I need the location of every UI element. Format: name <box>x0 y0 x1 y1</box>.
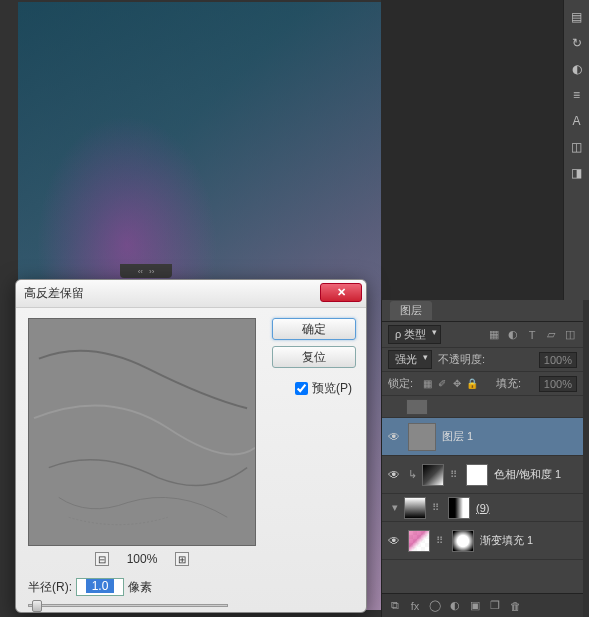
layer-mask-thumbnail[interactable] <box>452 530 474 552</box>
blend-row: 强光 不透明度: 100% <box>382 348 583 372</box>
kind-symbol: ρ <box>395 328 401 340</box>
layer-row-1[interactable]: 👁 图层 1 <box>382 418 583 456</box>
adjustments-icon[interactable]: ◐ <box>568 60 586 78</box>
layer-name[interactable]: 图层 1 <box>442 429 473 444</box>
radius-row: 半径(R): 1.0 像素 <box>28 578 152 596</box>
preview-svg <box>29 319 255 545</box>
fill-label: 填充: <box>496 376 521 391</box>
radius-unit: 像素 <box>128 579 152 596</box>
lock-position-icon[interactable]: ✥ <box>451 378 463 390</box>
lock-icons: ▦ ✐ ✥ 🔒 <box>421 378 478 390</box>
blend-mode-select[interactable]: 强光 <box>388 350 432 369</box>
group-icon[interactable]: ▣ <box>468 599 482 612</box>
high-pass-dialog: 高反差保留 ✕ ⊟ 100% ⊞ 半径(R): <box>15 279 367 613</box>
preview-checkbox[interactable] <box>295 382 308 395</box>
link-icon[interactable]: ⠿ <box>436 535 446 546</box>
character-icon[interactable]: A <box>568 112 586 130</box>
visibility-icon[interactable]: 👁 <box>386 430 402 444</box>
chevron-right-icon: ›› <box>149 267 154 276</box>
zoom-value: 100% <box>127 552 158 566</box>
layer-row-hue[interactable]: 👁 ↳ ⠿ 色相/饱和度 1 <box>382 456 583 494</box>
layers-tab[interactable]: 图层 <box>390 301 432 320</box>
slider-track <box>28 604 228 607</box>
dialog-buttons: 确定 复位 <box>272 318 356 368</box>
radius-input[interactable]: 1.0 <box>76 578 124 596</box>
close-button[interactable]: ✕ <box>320 283 362 302</box>
chevron-left-icon: ‹‹ <box>138 267 143 276</box>
layer-thumbnail <box>408 423 436 451</box>
layer-name[interactable]: 渐变填充 1 <box>480 533 533 548</box>
zoom-in-button[interactable]: ⊞ <box>175 552 189 566</box>
chevron-down-icon[interactable]: ▾ <box>392 501 398 514</box>
layers-footer: ⧉ fx ◯ ◐ ▣ ❐ 🗑 <box>382 593 583 617</box>
close-icon: ✕ <box>337 286 346 299</box>
filter-adjust-icon[interactable]: ◐ <box>506 328 520 342</box>
delete-icon[interactable]: 🗑 <box>508 600 522 612</box>
filter-pixel-icon[interactable]: ▦ <box>487 328 501 342</box>
link-icon[interactable]: ⠿ <box>450 469 460 480</box>
visibility-icon[interactable]: 👁 <box>386 468 402 482</box>
history-icon[interactable]: ↻ <box>568 34 586 52</box>
layers-shortcut-icon[interactable]: ◫ <box>568 138 586 156</box>
plus-icon: ⊞ <box>178 554 186 565</box>
lock-all-icon[interactable]: 🔒 <box>466 378 478 390</box>
fill-value[interactable]: 100% <box>539 376 577 392</box>
radius-slider[interactable] <box>28 600 228 612</box>
slider-thumb[interactable] <box>32 600 42 612</box>
channels-icon[interactable]: ◨ <box>568 164 586 182</box>
lock-transparent-icon[interactable]: ▦ <box>421 378 433 390</box>
swatches-icon[interactable]: ▤ <box>568 8 586 26</box>
link-layers-icon[interactable]: ⧉ <box>388 599 402 612</box>
filter-kind-select[interactable]: ρ 类型 <box>388 325 441 344</box>
filter-icons: ▦ ◐ T ▱ ◫ <box>487 328 577 342</box>
layers-panel: 图层 ρ 类型 ▦ ◐ T ▱ ◫ 强光 不透明度: 100% 锁定: ▦ ✐ … <box>381 300 583 617</box>
group-mask-thumbnail[interactable] <box>448 497 470 519</box>
layer-name[interactable]: 色相/饱和度 1 <box>494 467 561 482</box>
minus-icon: ⊟ <box>98 554 106 565</box>
radius-label: 半径(R): <box>28 579 72 596</box>
adjustment-thumbnail <box>422 464 444 486</box>
dialog-body: ⊟ 100% ⊞ 半径(R): 1.0 像素 确定 复位 预览(P) <box>16 308 366 612</box>
clip-indicator-icon: ↳ <box>408 468 416 481</box>
lock-label: 锁定: <box>388 376 413 391</box>
filter-smart-icon[interactable]: ◫ <box>563 328 577 342</box>
layer-group-row[interactable]: ▾ ⠿ (9) <box>382 494 583 522</box>
paragraph-icon[interactable]: ≡ <box>568 86 586 104</box>
lock-pixels-icon[interactable]: ✐ <box>436 378 448 390</box>
panel-tabs: 图层 <box>382 300 583 322</box>
zoom-controls: ⊟ 100% ⊞ <box>28 552 256 566</box>
filter-type-icon[interactable]: T <box>525 328 539 342</box>
visibility-icon[interactable]: 👁 <box>386 534 402 548</box>
reset-button[interactable]: 复位 <box>272 346 356 368</box>
opacity-value[interactable]: 100% <box>539 352 577 368</box>
preview-checkbox-label: 预览(P) <box>312 380 352 397</box>
panel-background <box>381 0 563 300</box>
preview-checkbox-row[interactable]: 预览(P) <box>295 380 352 397</box>
adjustment-icon[interactable]: ◐ <box>448 599 462 612</box>
new-layer-icon[interactable]: ❐ <box>488 599 502 612</box>
mask-icon[interactable]: ◯ <box>428 599 442 612</box>
ok-button[interactable]: 确定 <box>272 318 356 340</box>
filter-shape-icon[interactable]: ▱ <box>544 328 558 342</box>
link-icon[interactable]: ⠿ <box>432 502 442 513</box>
layer-row-gradient[interactable]: 👁 ⠿ 渐变填充 1 <box>382 522 583 560</box>
group-name[interactable]: (9) <box>476 502 489 514</box>
layer-filter-row: ρ 类型 ▦ ◐ T ▱ ◫ <box>382 322 583 348</box>
layer-mask-thumbnail[interactable] <box>466 464 488 486</box>
group-thumbnail <box>404 497 426 519</box>
zoom-out-button[interactable]: ⊟ <box>95 552 109 566</box>
fx-icon[interactable]: fx <box>408 600 422 612</box>
dialog-titlebar[interactable]: 高反差保留 ✕ <box>16 280 366 308</box>
layer-thumb-partial <box>406 399 428 415</box>
layer-row-partial[interactable] <box>382 396 583 418</box>
lock-row: 锁定: ▦ ✐ ✥ 🔒 填充: 100% <box>382 372 583 396</box>
right-toolbar: ▤ ↻ ◐ ≡ A ◫ ◨ <box>563 0 589 300</box>
filter-preview[interactable] <box>28 318 256 546</box>
doc-tab-handle[interactable]: ‹‹ ›› <box>120 264 172 278</box>
gradient-fill-thumbnail <box>408 530 430 552</box>
opacity-label: 不透明度: <box>438 352 485 367</box>
dialog-title: 高反差保留 <box>24 285 84 302</box>
